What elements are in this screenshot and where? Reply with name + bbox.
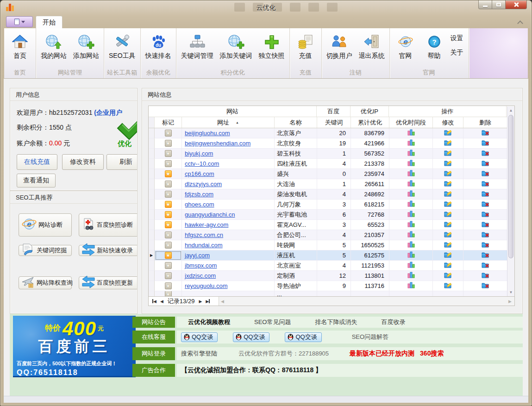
delete-button[interactable] — [482, 170, 489, 178]
delete-button[interactable] — [482, 282, 489, 290]
column-header-delete[interactable]: 删除 — [463, 117, 507, 128]
site-url-link[interactable]: guangyudianchi.cn — [185, 211, 235, 218]
delete-button[interactable] — [482, 221, 489, 229]
star-toggle[interactable]: ★ — [165, 262, 172, 269]
table-row[interactable]: ★cp166.com盛兴0235974 — [149, 169, 514, 179]
ribbon-item-add-keyword[interactable]: 添加关键词 — [217, 31, 256, 61]
edit-button[interactable] — [444, 251, 452, 260]
hscroll-left-icon[interactable]: ◀ — [221, 299, 224, 304]
site-url-link[interactable]: cctv--10.com — [185, 160, 219, 167]
optimize-period-chart-icon[interactable] — [407, 241, 415, 250]
optimize-period-chart-icon[interactable] — [407, 251, 415, 260]
seo-tool-button-snapshot-diagnose[interactable]: 百度快照诊断 — [79, 213, 138, 237]
edit-button[interactable] — [444, 211, 452, 219]
search-engine-login-link[interactable]: 搜索引擎登陆 — [181, 350, 217, 358]
vertical-scrollbar[interactable]: ▲ ▼ — [507, 106, 514, 296]
ribbon-collapse-button[interactable] — [518, 20, 522, 25]
site-url-link[interactable]: jbmspx.com — [185, 262, 217, 269]
group-header-ip[interactable]: 优化IP — [350, 106, 389, 117]
site-url-link[interactable]: beijingluohu.com — [185, 130, 230, 137]
delete-button[interactable] — [482, 150, 489, 158]
announcement-link[interactable]: SEO常见问题 — [254, 318, 291, 326]
group-header-site[interactable]: 网站 — [149, 106, 317, 117]
ribbon-item-exit-system[interactable]: 退出系统 — [356, 31, 388, 61]
close-button[interactable] — [506, 0, 527, 9]
table-row[interactable]: ★fdjzsb.com柴油发电机4248692 — [149, 189, 514, 200]
column-header-name[interactable]: 名称 — [275, 117, 317, 128]
delete-button[interactable] — [482, 180, 489, 188]
star-toggle[interactable]: ★ — [165, 252, 172, 259]
column-header-edit[interactable]: 修改 — [433, 117, 463, 128]
delete-button[interactable] — [482, 251, 489, 260]
edit-button[interactable] — [444, 160, 452, 168]
optimize-period-chart-icon[interactable] — [407, 211, 415, 219]
scroll-down-icon[interactable]: ▼ — [507, 290, 514, 294]
optimize-period-chart-icon[interactable] — [407, 262, 415, 270]
ribbon-item-settings[interactable]: 设置 — [451, 34, 463, 43]
delete-button[interactable] — [482, 241, 489, 250]
group-header-baidu[interactable]: 百度 — [317, 106, 350, 117]
site-url-link[interactable]: hawker-agv.com — [185, 221, 228, 228]
column-header-period[interactable]: 优化时间段 — [389, 117, 433, 128]
table-row[interactable]: ★beijingluohu.com北京落户20836799 — [149, 128, 514, 138]
delete-button[interactable] — [482, 262, 489, 270]
edit-button[interactable] — [444, 241, 452, 250]
ribbon-item-quick-rank[interactable]: du快速排名 — [142, 31, 175, 61]
table-row[interactable]: ★jxdzjsc.com定制酒12113801 — [149, 271, 514, 281]
delete-button[interactable] — [482, 190, 489, 199]
site-url-link[interactable]: fdjzsb.com — [185, 191, 213, 198]
optimize-period-chart-icon[interactable] — [407, 160, 415, 168]
optimize-period-chart-icon[interactable] — [407, 221, 415, 229]
tab-start[interactable]: 开始 — [36, 16, 63, 28]
ribbon-item-help[interactable]: ?帮助 — [420, 31, 449, 61]
delete-button[interactable] — [482, 200, 489, 209]
app-menu-button[interactable] — [6, 16, 33, 27]
seo-tool-button-site-diagnose[interactable]: e网站诊断 — [19, 213, 72, 237]
column-header-total[interactable]: 累计优化 — [351, 117, 389, 128]
star-toggle[interactable]: ★ — [165, 282, 172, 289]
ribbon-item-my-sites[interactable]: 我的网站 — [38, 31, 70, 61]
minimize-button[interactable] — [478, 0, 492, 9]
delete-button[interactable] — [482, 211, 489, 219]
star-toggle[interactable]: ★ — [165, 221, 172, 228]
refresh-button[interactable]: 刷新 — [106, 154, 138, 170]
site-url-link[interactable]: cp166.com — [185, 170, 214, 177]
ribbon-item-keyword-manage[interactable]: 关键词管理 — [178, 31, 217, 61]
table-row[interactable]: ★biyukj.com碧玉科技1567352 — [149, 149, 514, 159]
table-row[interactable]: ▶★jayyj.com液压机5612575 — [149, 250, 514, 261]
so360-highlight-text[interactable]: 360搜索 — [420, 350, 444, 358]
table-row[interactable]: ★reyouguolu.com导热油炉9113716 — [149, 281, 514, 291]
announcement-link[interactable]: 云优化视频教程 — [188, 318, 230, 326]
site-url-link[interactable]: dlzszyjys.com — [185, 181, 222, 187]
star-toggle[interactable]: ★ — [165, 170, 172, 177]
delete-button[interactable] — [482, 231, 489, 239]
site-url-link[interactable]: hfgszc.com.cn — [185, 231, 223, 238]
table-row[interactable]: ★beijingwenshendian.com北京纹身19421966 — [149, 138, 514, 149]
table-row[interactable]: ★dlzszyjys.com大连油1265611 — [149, 179, 514, 189]
table-row[interactable]: ★ghoes.com几何万象3618215 — [149, 200, 514, 210]
table-row[interactable]: ★guangyudianchi.cn光宇蓄电池672768 — [149, 210, 514, 220]
view-notice-button[interactable]: 查看通知 — [17, 174, 56, 187]
star-toggle[interactable]: ★ — [165, 231, 172, 238]
optimize-period-chart-icon[interactable] — [407, 200, 415, 209]
pager-next-button[interactable]: ▶ — [199, 299, 202, 304]
group-header-actions[interactable]: 操作 — [389, 106, 507, 117]
site-url-link[interactable]: hndundai.com — [185, 242, 223, 249]
online-recharge-button[interactable]: 在线充值 — [17, 154, 57, 170]
optimize-period-chart-icon[interactable] — [407, 180, 415, 188]
delete-button[interactable] — [482, 272, 489, 280]
edit-button[interactable] — [444, 180, 452, 188]
optimize-period-chart-icon[interactable] — [407, 231, 415, 239]
star-toggle[interactable]: ★ — [165, 160, 172, 167]
edit-button[interactable] — [444, 221, 452, 229]
edit-profile-button[interactable]: 修改资料 — [62, 154, 104, 170]
edit-button[interactable] — [444, 272, 452, 280]
seo-tool-button-fast-index[interactable]: 新站快速收录 — [79, 245, 138, 256]
ribbon-item-about[interactable]: 关于 — [451, 49, 463, 57]
pager-prev-button[interactable]: ◀ — [160, 299, 163, 304]
ribbon-item-recharge[interactable]: 充值 — [291, 31, 320, 61]
edit-button[interactable] — [444, 200, 452, 209]
table-row[interactable]: ★hndundai.com吨袋网51650525 — [149, 240, 514, 250]
star-toggle[interactable]: ★ — [165, 211, 172, 218]
seo-tool-button-demotion-check[interactable]: 网站降权查询 — [19, 276, 72, 289]
